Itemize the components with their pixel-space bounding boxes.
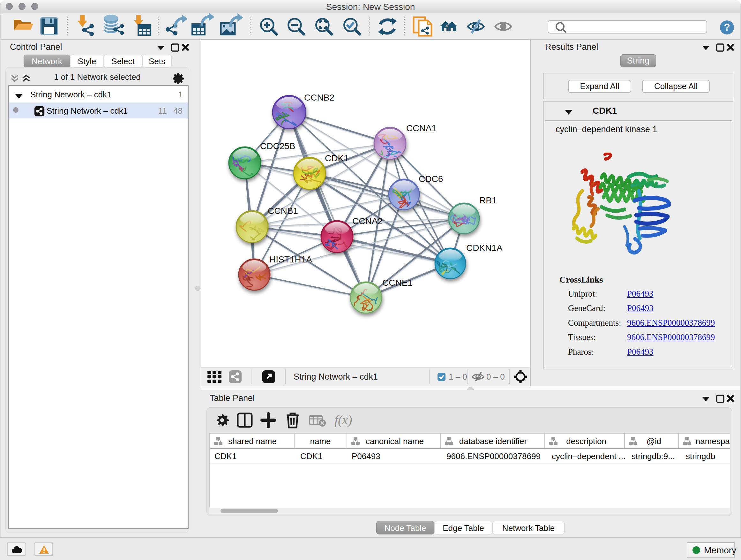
svg-text:CCNA1: CCNA1 [406, 123, 436, 133]
svg-text:CCNB1: CCNB1 [268, 206, 298, 216]
svg-text:database identifier: database identifier [459, 436, 527, 446]
svg-text:shared name: shared name [228, 436, 277, 446]
svg-text:name: name [310, 436, 331, 446]
svg-text:namespace: namespace [696, 436, 730, 446]
svg-text:f(x): f(x) [334, 413, 352, 427]
svg-text:9606.ENSP00000378699: 9606.ENSP00000378699 [447, 451, 541, 461]
svg-text:HIST1H1A: HIST1H1A [269, 254, 312, 264]
svg-text:CDKN1A: CDKN1A [466, 243, 502, 253]
svg-text:canonical name: canonical name [366, 436, 424, 446]
svg-text:@id: @id [647, 436, 662, 446]
svg-text:RB1: RB1 [479, 195, 496, 205]
svg-text:cyclin–dependent ...: cyclin–dependent ... [552, 451, 625, 461]
svg-text:CDC25B: CDC25B [260, 141, 295, 151]
svg-text:CDK1: CDK1 [300, 451, 322, 461]
svg-text:CCNB2: CCNB2 [304, 92, 334, 103]
svg-text:P06493: P06493 [352, 451, 381, 461]
svg-text:description: description [566, 436, 606, 446]
svg-text:?: ? [724, 21, 730, 33]
svg-text:CCNA2: CCNA2 [352, 216, 383, 226]
svg-text:CDC6: CDC6 [419, 174, 443, 184]
svg-text:CDK1: CDK1 [325, 153, 349, 163]
svg-text:stringdb:9...: stringdb:9... [631, 451, 675, 461]
svg-text:stringdb: stringdb [686, 451, 716, 461]
svg-text:CDK1: CDK1 [214, 451, 237, 461]
svg-text:CCNE1: CCNE1 [382, 278, 413, 288]
